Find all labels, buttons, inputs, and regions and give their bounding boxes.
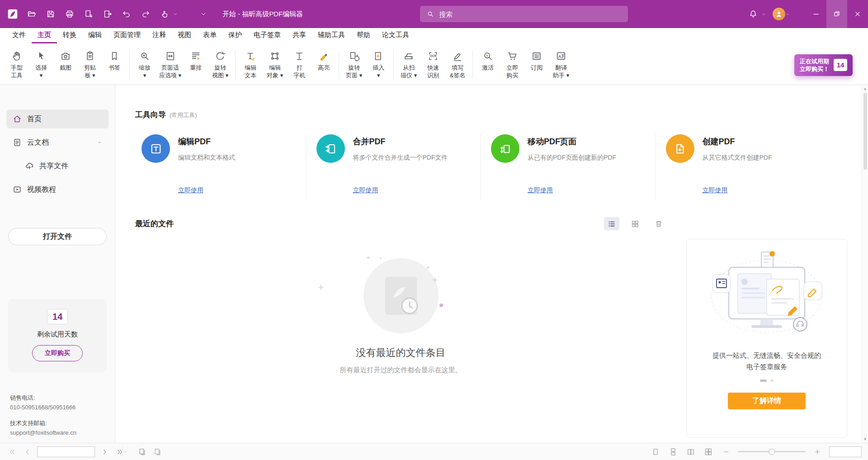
zoom-slider[interactable] — [738, 451, 806, 452]
ribbon-translate-assistant[interactable]: A 翻译 助手 ▾ — [549, 46, 573, 84]
menu-protect[interactable]: 保护 — [222, 28, 248, 43]
move-pdf-pages-icon[interactable] — [491, 134, 519, 163]
use-now-link[interactable]: 立即使用 — [353, 186, 378, 194]
zoom-out-button[interactable] — [720, 446, 732, 458]
menu-page-manage[interactable]: 页面管理 — [108, 28, 146, 43]
search-input[interactable] — [439, 10, 622, 18]
search-bar[interactable] — [420, 6, 628, 22]
support-email-value[interactable]: support@foxitsoftware.cn — [10, 428, 76, 437]
ribbon-clipboard[interactable]: 剪贴 板 ▾ — [78, 46, 102, 84]
next-page-button[interactable] — [99, 446, 110, 458]
zoom-magnifier-icon — [139, 47, 151, 62]
tool-card-edit-pdf: 编辑PDF 编辑文档和文本格式 立即使用 — [135, 134, 307, 201]
ribbon-fill-sign[interactable]: 填写 &签名 — [445, 46, 470, 84]
list-view-button[interactable] — [604, 217, 619, 230]
ribbon-insert[interactable]: 插入 ▾ — [366, 46, 391, 84]
menu-form[interactable]: 表单 — [197, 28, 222, 43]
previous-page-button[interactable] — [22, 446, 33, 458]
single-page-view-button[interactable] — [650, 446, 661, 458]
merge-pdf-icon[interactable] — [316, 134, 345, 163]
buy-now-button[interactable]: 立即购买 — [32, 345, 83, 361]
scroll-down-arrow-icon[interactable]: ▼ — [863, 437, 867, 441]
previous-view-button[interactable] — [137, 446, 148, 458]
use-now-link[interactable]: 立即使用 — [178, 186, 203, 194]
open-file-icon[interactable] — [24, 6, 40, 22]
notifications-bell-icon[interactable] — [745, 6, 761, 22]
use-now-link[interactable]: 立即使用 — [528, 186, 553, 194]
ribbon-select[interactable]: 选择 ▾ — [29, 46, 53, 84]
user-avatar[interactable] — [773, 8, 785, 20]
menu-edit[interactable]: 编辑 — [82, 28, 108, 43]
clear-recent-trash-button[interactable] — [651, 217, 666, 230]
menu-paper-tools[interactable]: 论文工具 — [376, 28, 415, 43]
use-now-link[interactable]: 立即使用 — [703, 186, 728, 194]
menu-accessibility[interactable]: 辅助工具 — [312, 28, 351, 43]
trial-period-badge[interactable]: 正在试用期 立即购买！ 14 — [794, 54, 853, 76]
sidebar-item-shared-files[interactable]: 共享文件 — [6, 156, 108, 175]
menu-view[interactable]: 视图 — [172, 28, 197, 43]
next-view-button[interactable] — [152, 446, 164, 458]
sidebar-item-video-tutorial[interactable]: 视频教程 — [6, 180, 108, 199]
scrollbar-thumb[interactable] — [863, 93, 867, 170]
create-pdf-icon[interactable] — [666, 134, 694, 163]
continuous-view-button[interactable] — [667, 446, 679, 458]
save-icon[interactable] — [42, 6, 59, 22]
quick-sign-tool[interactable] — [156, 6, 178, 22]
menu-convert[interactable]: 转换 — [57, 28, 82, 43]
restore-button[interactable] — [826, 0, 847, 28]
customize-toolbar-chevron-icon[interactable] — [195, 6, 212, 22]
carousel-dot-active[interactable] — [760, 379, 767, 382]
ribbon-rotate-pages[interactable]: 旋转 页面 ▾ — [342, 46, 366, 84]
ribbon-edit-text[interactable]: 编辑 文本 — [238, 46, 263, 84]
ribbon-activate[interactable]: 激活 — [476, 46, 500, 84]
ribbon-rotate-view[interactable]: 旋转 视图 ▾ — [208, 46, 232, 84]
ribbon-fit-options[interactable]: 页面适 应选项 ▾ — [157, 46, 184, 84]
last-page-button[interactable] — [114, 446, 126, 458]
grid-view-button[interactable] — [627, 217, 643, 230]
menu-home[interactable]: 主页 — [32, 28, 57, 43]
sidebar-item-cloud-docs[interactable]: 云文档 — [6, 133, 108, 152]
zoom-slider-thumb[interactable] — [769, 449, 775, 455]
carousel-dot[interactable] — [770, 379, 774, 382]
facing-view-button[interactable] — [685, 446, 697, 458]
ribbon-edit-object[interactable]: 编辑 对象 ▾ — [263, 46, 287, 84]
ribbon-snapshot[interactable]: 截图 — [53, 46, 78, 84]
first-page-button[interactable] — [6, 446, 18, 458]
page-number-combobox[interactable] — [37, 446, 95, 457]
ribbon-typewriter[interactable]: 打 字机 — [287, 46, 311, 84]
ribbon-bookmark[interactable]: 书签 — [102, 46, 127, 84]
ribbon-zoom[interactable]: 缩放 ▾ — [132, 46, 157, 84]
vertical-scrollbar[interactable]: ▲ ▼ — [862, 85, 868, 443]
menu-comment[interactable]: 注释 — [146, 28, 172, 43]
ribbon-quick-ocr[interactable]: OCR 快速 识别 — [421, 46, 445, 84]
menu-share[interactable]: 共享 — [287, 28, 312, 43]
edit-pdf-icon[interactable] — [142, 134, 170, 163]
undo-icon[interactable] — [118, 6, 135, 22]
zoom-in-button[interactable] — [811, 446, 823, 458]
contact-info: 销售电话: 010-50951668/50951666 技术支持邮箱: supp… — [10, 393, 76, 437]
ribbon-reflow[interactable]: 重排 — [184, 46, 208, 84]
avatar-caret-icon[interactable] — [785, 12, 790, 17]
export-document-icon[interactable] — [80, 6, 97, 22]
zoom-level-box[interactable] — [829, 446, 862, 457]
sparkle-dot — [380, 257, 382, 259]
redo-icon[interactable] — [137, 6, 154, 22]
menu-file[interactable]: 文件 — [6, 28, 32, 43]
ribbon-buy-now[interactable]: 立即 购买 — [500, 46, 524, 84]
menu-esign[interactable]: 电子签章 — [248, 28, 287, 43]
ribbon-highlight[interactable]: 高亮 — [311, 46, 336, 84]
print-icon[interactable] — [61, 6, 78, 22]
open-file-button[interactable]: 打开文件 — [8, 228, 107, 245]
scroll-up-arrow-icon[interactable]: ▲ — [863, 86, 867, 91]
minimize-button[interactable] — [806, 0, 826, 28]
ribbon-hand-tool[interactable]: 手型 工具 — [5, 46, 29, 84]
cloud-docs-caret-icon[interactable] — [96, 139, 103, 146]
learn-more-button[interactable]: 了解详情 — [728, 393, 806, 409]
share-document-icon[interactable] — [99, 6, 116, 22]
ribbon-from-scanner[interactable]: 从扫 描仪 ▾ — [396, 46, 421, 84]
menu-help[interactable]: 帮助 — [351, 28, 376, 43]
sidebar-item-home[interactable]: 首页 — [6, 109, 108, 128]
facing-continuous-view-button[interactable] — [703, 446, 714, 458]
ribbon-subscribe[interactable]: 订阅 — [524, 46, 549, 84]
close-button[interactable] — [847, 0, 868, 28]
